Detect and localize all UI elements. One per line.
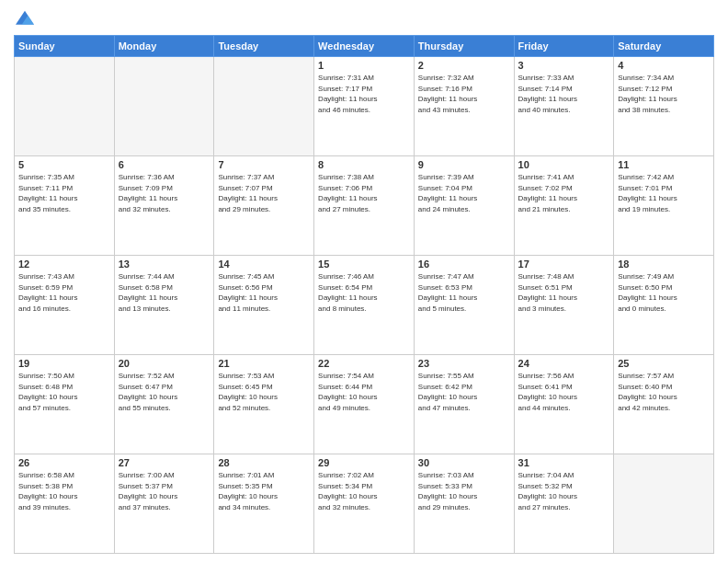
calendar-day-cell: 30Sunrise: 7:03 AM Sunset: 5:33 PM Dayli… xyxy=(414,454,514,554)
day-info: Sunrise: 7:55 AM Sunset: 6:42 PM Dayligh… xyxy=(418,371,510,413)
calendar-day-cell: 22Sunrise: 7:54 AM Sunset: 6:44 PM Dayli… xyxy=(314,355,415,454)
day-info: Sunrise: 7:03 AM Sunset: 5:33 PM Dayligh… xyxy=(418,470,510,512)
day-info: Sunrise: 7:44 AM Sunset: 6:58 PM Dayligh… xyxy=(119,271,210,314)
day-number: 26 xyxy=(18,457,110,468)
calendar-day-cell: 5Sunrise: 7:35 AM Sunset: 7:11 PM Daylig… xyxy=(15,156,115,256)
day-number: 12 xyxy=(18,259,110,270)
calendar-day-cell: 28Sunrise: 7:01 AM Sunset: 5:35 PM Dayli… xyxy=(214,454,314,554)
day-number: 17 xyxy=(518,259,610,270)
day-info: Sunrise: 7:46 AM Sunset: 6:54 PM Dayligh… xyxy=(318,271,410,314)
day-info: Sunrise: 7:42 AM Sunset: 7:01 PM Dayligh… xyxy=(618,172,710,214)
day-number: 3 xyxy=(518,60,610,71)
calendar-day-cell: 15Sunrise: 7:46 AM Sunset: 6:54 PM Dayli… xyxy=(314,256,415,355)
day-info: Sunrise: 7:41 AM Sunset: 7:02 PM Dayligh… xyxy=(518,172,610,214)
calendar-day-cell: 24Sunrise: 7:56 AM Sunset: 6:41 PM Dayli… xyxy=(514,355,614,454)
calendar-day-cell: 19Sunrise: 7:50 AM Sunset: 6:48 PM Dayli… xyxy=(15,355,115,454)
day-number: 29 xyxy=(318,457,410,468)
day-info: Sunrise: 7:53 AM Sunset: 6:45 PM Dayligh… xyxy=(218,371,310,413)
day-number: 2 xyxy=(418,60,510,71)
header xyxy=(14,9,714,28)
calendar-day-cell xyxy=(214,57,314,156)
weekday-header: Saturday xyxy=(614,36,714,57)
day-number: 15 xyxy=(318,259,410,270)
calendar-day-cell: 14Sunrise: 7:45 AM Sunset: 6:56 PM Dayli… xyxy=(214,256,314,355)
weekday-header: Wednesday xyxy=(314,36,415,57)
weekday-header-row: SundayMondayTuesdayWednesdayThursdayFrid… xyxy=(15,36,714,57)
day-number: 6 xyxy=(119,159,210,170)
day-info: Sunrise: 7:57 AM Sunset: 6:40 PM Dayligh… xyxy=(618,371,710,413)
day-number: 11 xyxy=(618,159,710,170)
day-info: Sunrise: 7:52 AM Sunset: 6:47 PM Dayligh… xyxy=(119,371,210,413)
day-info: Sunrise: 7:49 AM Sunset: 6:50 PM Dayligh… xyxy=(618,271,710,314)
day-number: 25 xyxy=(618,358,710,369)
day-number: 13 xyxy=(119,259,210,270)
day-number: 23 xyxy=(418,358,510,369)
day-number: 22 xyxy=(318,358,410,369)
logo-icon xyxy=(14,9,36,28)
calendar-week-row: 1Sunrise: 7:31 AM Sunset: 7:17 PM Daylig… xyxy=(15,57,714,156)
day-info: Sunrise: 7:50 AM Sunset: 6:48 PM Dayligh… xyxy=(18,371,110,413)
day-number: 18 xyxy=(618,259,710,270)
day-info: Sunrise: 7:48 AM Sunset: 6:51 PM Dayligh… xyxy=(518,271,610,314)
calendar-week-row: 5Sunrise: 7:35 AM Sunset: 7:11 PM Daylig… xyxy=(15,156,714,256)
day-number: 28 xyxy=(218,457,310,468)
calendar-week-row: 26Sunrise: 6:58 AM Sunset: 5:38 PM Dayli… xyxy=(15,454,714,554)
calendar-day-cell: 11Sunrise: 7:42 AM Sunset: 7:01 PM Dayli… xyxy=(614,156,714,256)
day-info: Sunrise: 7:33 AM Sunset: 7:14 PM Dayligh… xyxy=(518,73,610,115)
calendar-day-cell: 29Sunrise: 7:02 AM Sunset: 5:34 PM Dayli… xyxy=(314,454,415,554)
page: SundayMondayTuesdayWednesdayThursdayFrid… xyxy=(0,0,728,563)
day-info: Sunrise: 7:39 AM Sunset: 7:04 PM Dayligh… xyxy=(418,172,510,214)
weekday-header: Sunday xyxy=(15,36,115,57)
day-info: Sunrise: 7:04 AM Sunset: 5:32 PM Dayligh… xyxy=(518,470,610,512)
day-number: 20 xyxy=(119,358,210,369)
calendar: SundayMondayTuesdayWednesdayThursdayFrid… xyxy=(14,35,714,554)
calendar-week-row: 19Sunrise: 7:50 AM Sunset: 6:48 PM Dayli… xyxy=(15,355,714,454)
day-number: 21 xyxy=(218,358,310,369)
calendar-day-cell: 27Sunrise: 7:00 AM Sunset: 5:37 PM Dayli… xyxy=(114,454,214,554)
day-info: Sunrise: 7:00 AM Sunset: 5:37 PM Dayligh… xyxy=(119,470,210,512)
day-info: Sunrise: 7:02 AM Sunset: 5:34 PM Dayligh… xyxy=(318,470,410,512)
weekday-header: Friday xyxy=(514,36,614,57)
weekday-header: Tuesday xyxy=(214,36,314,57)
day-number: 4 xyxy=(618,60,710,71)
day-info: Sunrise: 7:36 AM Sunset: 7:09 PM Dayligh… xyxy=(119,172,210,214)
day-info: Sunrise: 7:32 AM Sunset: 7:16 PM Dayligh… xyxy=(418,73,510,115)
calendar-day-cell: 1Sunrise: 7:31 AM Sunset: 7:17 PM Daylig… xyxy=(314,57,415,156)
calendar-day-cell: 23Sunrise: 7:55 AM Sunset: 6:42 PM Dayli… xyxy=(414,355,514,454)
day-number: 31 xyxy=(518,457,610,468)
logo xyxy=(14,9,40,28)
day-info: Sunrise: 7:38 AM Sunset: 7:06 PM Dayligh… xyxy=(318,172,410,214)
calendar-day-cell: 3Sunrise: 7:33 AM Sunset: 7:14 PM Daylig… xyxy=(514,57,614,156)
day-number: 14 xyxy=(218,259,310,270)
calendar-day-cell xyxy=(614,454,714,554)
day-number: 5 xyxy=(18,159,110,170)
day-number: 8 xyxy=(318,159,410,170)
day-info: Sunrise: 7:45 AM Sunset: 6:56 PM Dayligh… xyxy=(218,271,310,314)
day-info: Sunrise: 7:56 AM Sunset: 6:41 PM Dayligh… xyxy=(518,371,610,413)
day-info: Sunrise: 7:31 AM Sunset: 7:17 PM Dayligh… xyxy=(318,73,410,115)
day-info: Sunrise: 7:35 AM Sunset: 7:11 PM Dayligh… xyxy=(18,172,110,214)
calendar-day-cell: 8Sunrise: 7:38 AM Sunset: 7:06 PM Daylig… xyxy=(314,156,415,256)
calendar-week-row: 12Sunrise: 7:43 AM Sunset: 6:59 PM Dayli… xyxy=(15,256,714,355)
day-number: 16 xyxy=(418,259,510,270)
day-info: Sunrise: 7:34 AM Sunset: 7:12 PM Dayligh… xyxy=(618,73,710,115)
calendar-day-cell xyxy=(15,57,115,156)
day-number: 1 xyxy=(318,60,410,71)
day-info: Sunrise: 7:37 AM Sunset: 7:07 PM Dayligh… xyxy=(218,172,310,214)
calendar-day-cell: 2Sunrise: 7:32 AM Sunset: 7:16 PM Daylig… xyxy=(414,57,514,156)
calendar-day-cell: 9Sunrise: 7:39 AM Sunset: 7:04 PM Daylig… xyxy=(414,156,514,256)
day-number: 10 xyxy=(518,159,610,170)
calendar-day-cell: 12Sunrise: 7:43 AM Sunset: 6:59 PM Dayli… xyxy=(15,256,115,355)
weekday-header: Thursday xyxy=(414,36,514,57)
calendar-day-cell: 31Sunrise: 7:04 AM Sunset: 5:32 PM Dayli… xyxy=(514,454,614,554)
day-info: Sunrise: 7:47 AM Sunset: 6:53 PM Dayligh… xyxy=(418,271,510,314)
day-number: 19 xyxy=(18,358,110,369)
day-number: 30 xyxy=(418,457,510,468)
day-number: 24 xyxy=(518,358,610,369)
calendar-day-cell: 26Sunrise: 6:58 AM Sunset: 5:38 PM Dayli… xyxy=(15,454,115,554)
day-info: Sunrise: 7:54 AM Sunset: 6:44 PM Dayligh… xyxy=(318,371,410,413)
day-number: 7 xyxy=(218,159,310,170)
weekday-header: Monday xyxy=(114,36,214,57)
calendar-day-cell: 4Sunrise: 7:34 AM Sunset: 7:12 PM Daylig… xyxy=(614,57,714,156)
calendar-day-cell: 16Sunrise: 7:47 AM Sunset: 6:53 PM Dayli… xyxy=(414,256,514,355)
